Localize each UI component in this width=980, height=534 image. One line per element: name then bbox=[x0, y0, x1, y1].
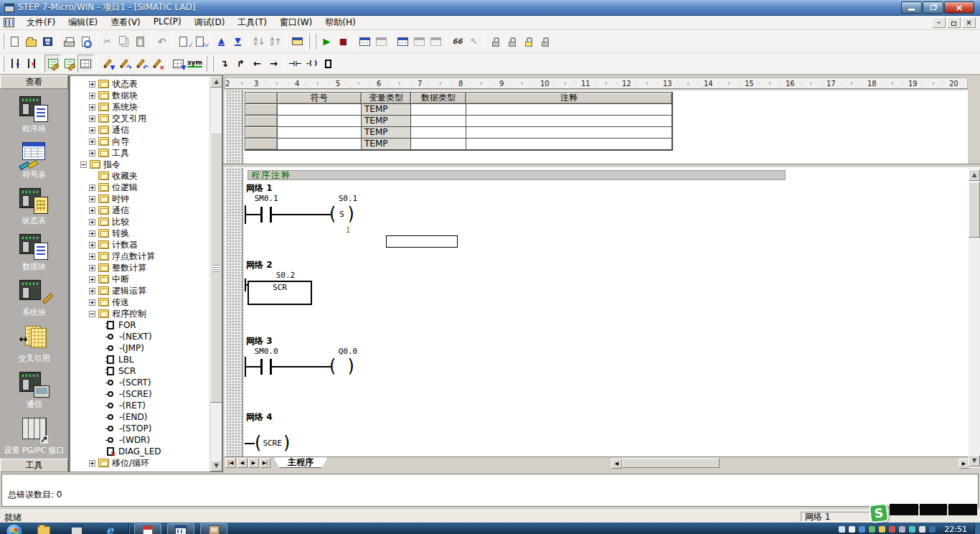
mdi-minimize-button[interactable]: – bbox=[932, 17, 946, 28]
tree-expand-toggle[interactable]: − bbox=[80, 161, 87, 168]
copy-button[interactable] bbox=[116, 32, 132, 50]
cell-r3-c4[interactable] bbox=[466, 126, 672, 139]
tree-item-[interactable]: −程序控制 bbox=[70, 308, 209, 319]
download-button[interactable]: ▼ bbox=[230, 32, 246, 50]
tree-expand-toggle[interactable]: + bbox=[89, 219, 95, 225]
pou-editor-button[interactable] bbox=[44, 55, 61, 72]
hscroll-left-button[interactable]: ◀ bbox=[611, 459, 622, 469]
splitter-grip[interactable] bbox=[213, 265, 220, 272]
tree-item-[interactable]: +传送 bbox=[70, 296, 209, 308]
tree-item--(jmp)[interactable]: -(JMP) bbox=[70, 342, 209, 354]
paste-button[interactable] bbox=[132, 32, 149, 50]
tree-item-[interactable]: +中断 bbox=[70, 273, 209, 285]
delete-network-button[interactable]: × bbox=[149, 55, 165, 72]
tree-expand-toggle[interactable]: + bbox=[89, 150, 95, 156]
last-tab-button[interactable]: ▶| bbox=[260, 458, 270, 468]
cell-r2-c4[interactable] bbox=[466, 115, 672, 127]
tree-item-scr[interactable]: SCR bbox=[70, 365, 209, 377]
tray-icon-9[interactable] bbox=[919, 526, 925, 533]
tree-item--(end)[interactable]: -(END) bbox=[70, 411, 209, 423]
tree-item-[interactable]: +时钟 bbox=[70, 193, 209, 205]
tree-item-lbl[interactable]: LBL bbox=[70, 354, 209, 365]
cell-r4-c3[interactable] bbox=[410, 138, 466, 150]
tree-item-[interactable]: +状态表 bbox=[70, 78, 209, 90]
tree-expand-toggle[interactable]: + bbox=[89, 196, 95, 202]
tree-expand-toggle[interactable]: + bbox=[89, 276, 95, 283]
tab-main-program[interactable]: 主程序 bbox=[273, 457, 328, 468]
bookmark-glasses-button[interactable]: 66 bbox=[449, 32, 466, 50]
delete-row-button[interactable]: ↶ bbox=[132, 55, 149, 72]
sogou-ime-icon[interactable]: S bbox=[869, 503, 890, 524]
ime-toolbar[interactable] bbox=[890, 504, 979, 515]
hscroll-right-button[interactable]: ▶ bbox=[958, 459, 969, 469]
tree-item-[interactable]: +通信 bbox=[70, 124, 209, 136]
tray-icon-6[interactable] bbox=[889, 526, 895, 533]
cell-r3-c1[interactable] bbox=[277, 126, 362, 139]
scre-coil[interactable]: (SCRE) bbox=[255, 433, 290, 453]
pointer-button[interactable]: ↖ bbox=[466, 32, 482, 50]
cell-r1-c1[interactable] bbox=[277, 103, 362, 116]
first-tab-button[interactable]: |◀ bbox=[225, 458, 236, 468]
program-comment-bar[interactable]: 程序注释 bbox=[248, 170, 786, 180]
upload-button[interactable]: ▲ bbox=[213, 32, 230, 50]
tree-item-[interactable]: +工具 bbox=[70, 147, 209, 159]
menu-item-2[interactable]: 编辑(E) bbox=[62, 15, 104, 30]
run-button[interactable]: ▶ bbox=[319, 32, 335, 50]
cell-r3-c2[interactable]: TEMP bbox=[361, 126, 411, 139]
tree-expand-toggle[interactable]: + bbox=[89, 184, 95, 191]
tree-expand-toggle[interactable]: − bbox=[89, 311, 95, 317]
ime-segment[interactable] bbox=[920, 504, 947, 515]
lock-button-4[interactable] bbox=[537, 32, 553, 50]
tree-item--(ret)[interactable]: -(RET) bbox=[70, 400, 209, 411]
tree-item-[interactable]: +数据块 bbox=[70, 90, 209, 101]
nav-system-block[interactable]: 系统块 bbox=[0, 278, 68, 318]
tray-icon-2[interactable] bbox=[849, 526, 855, 533]
close-button[interactable]: × bbox=[944, 1, 974, 14]
contact-symbol[interactable] bbox=[260, 207, 263, 222]
tree-scroll-down-button[interactable]: ▼ bbox=[210, 460, 222, 472]
row-selector[interactable] bbox=[245, 103, 278, 116]
tree-item-[interactable]: +计数器 bbox=[70, 239, 209, 250]
tree-item-[interactable]: +系统块 bbox=[70, 101, 209, 113]
menu-item-7[interactable]: 窗口(W) bbox=[273, 15, 319, 30]
tray-icon-1[interactable] bbox=[839, 526, 845, 533]
open-button[interactable] bbox=[23, 32, 39, 50]
clear-bookmark-button[interactable]: × bbox=[23, 55, 39, 72]
mdi-restore-button[interactable] bbox=[947, 17, 961, 28]
tray-icon-4[interactable] bbox=[869, 526, 875, 533]
insert-box-button[interactable] bbox=[320, 55, 336, 72]
taskbar-step7-button[interactable] bbox=[167, 523, 194, 534]
tree-expand-toggle[interactable]: + bbox=[89, 242, 95, 248]
table-view-button[interactable] bbox=[77, 55, 94, 72]
tree-item-[interactable]: +交叉引用 bbox=[70, 113, 209, 124]
nav-cross-reference[interactable]: ↔交叉引用 bbox=[0, 324, 68, 364]
tree-expand-toggle[interactable]: + bbox=[89, 253, 95, 260]
cell-r4-c1[interactable] bbox=[277, 138, 362, 150]
empty-placeholder-box[interactable] bbox=[386, 235, 458, 248]
tray-icon-7[interactable] bbox=[899, 526, 905, 533]
nav-communications[interactable]: 通信 bbox=[0, 370, 68, 410]
mdi-close-button[interactable]: × bbox=[962, 17, 976, 28]
cell-r1-c3[interactable] bbox=[410, 103, 466, 116]
stop-button[interactable]: ■ bbox=[335, 32, 352, 50]
ladder-scroll-thumb[interactable] bbox=[969, 182, 980, 238]
tree-item--(wdr)[interactable]: -(WDR) bbox=[70, 434, 209, 446]
ladder-scroll-up-button[interactable]: ▲ bbox=[969, 169, 980, 181]
sort-descending-button[interactable]: A Z↑ bbox=[268, 32, 284, 50]
tree-scroll-up-button[interactable]: ▲ bbox=[210, 76, 222, 88]
line-up-button[interactable]: ↱ bbox=[232, 55, 249, 72]
cell-r4-c2[interactable]: TEMP bbox=[361, 138, 411, 150]
tree-item-[interactable]: 收藏夹 bbox=[70, 170, 209, 182]
tree-item-[interactable]: +向导 bbox=[70, 136, 209, 147]
symbolic-addressing-button[interactable]: sym bbox=[187, 55, 203, 72]
program-status-button[interactable] bbox=[357, 32, 373, 50]
menu-item-4[interactable]: PLC(P) bbox=[147, 15, 188, 30]
compile-button[interactable]: ✓ bbox=[175, 32, 192, 50]
tree-expand-toggle[interactable]: + bbox=[89, 104, 95, 111]
tree-item-[interactable]: +比较 bbox=[70, 216, 209, 228]
print-button[interactable] bbox=[61, 32, 77, 50]
tray-icon-8[interactable] bbox=[909, 526, 915, 533]
insert-network-button[interactable]: ▼ bbox=[99, 55, 116, 72]
taskbar-photo-button[interactable] bbox=[200, 523, 227, 534]
tree-item--(scre)[interactable]: -(SCRE) bbox=[70, 388, 209, 400]
